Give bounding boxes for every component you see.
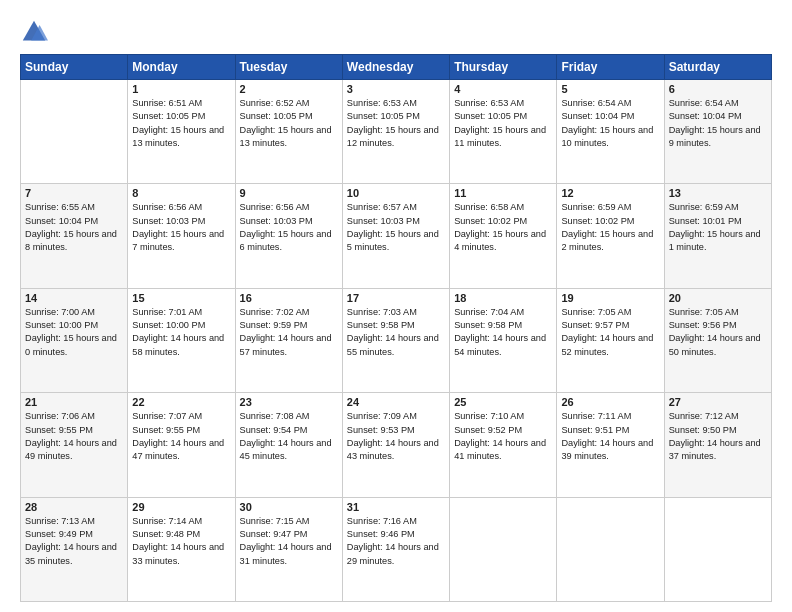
- cell-info: Sunrise: 7:13 AM Sunset: 9:49 PM Dayligh…: [25, 515, 123, 568]
- day-number: 9: [240, 187, 338, 199]
- day-number: 13: [669, 187, 767, 199]
- calendar-table: SundayMondayTuesdayWednesdayThursdayFrid…: [20, 54, 772, 602]
- calendar-week-row: 28Sunrise: 7:13 AM Sunset: 9:49 PM Dayli…: [21, 497, 772, 601]
- weekday-monday: Monday: [128, 55, 235, 80]
- day-number: 21: [25, 396, 123, 408]
- page: SundayMondayTuesdayWednesdayThursdayFrid…: [0, 0, 792, 612]
- weekday-sunday: Sunday: [21, 55, 128, 80]
- calendar-cell: 22Sunrise: 7:07 AM Sunset: 9:55 PM Dayli…: [128, 393, 235, 497]
- cell-info: Sunrise: 7:05 AM Sunset: 9:56 PM Dayligh…: [669, 306, 767, 359]
- cell-info: Sunrise: 6:54 AM Sunset: 10:04 PM Daylig…: [669, 97, 767, 150]
- day-number: 15: [132, 292, 230, 304]
- calendar-cell: 13Sunrise: 6:59 AM Sunset: 10:01 PM Dayl…: [664, 184, 771, 288]
- cell-info: Sunrise: 6:53 AM Sunset: 10:05 PM Daylig…: [454, 97, 552, 150]
- day-number: 19: [561, 292, 659, 304]
- cell-info: Sunrise: 7:07 AM Sunset: 9:55 PM Dayligh…: [132, 410, 230, 463]
- day-number: 17: [347, 292, 445, 304]
- logo: [20, 18, 52, 46]
- cell-info: Sunrise: 7:16 AM Sunset: 9:46 PM Dayligh…: [347, 515, 445, 568]
- cell-info: Sunrise: 7:12 AM Sunset: 9:50 PM Dayligh…: [669, 410, 767, 463]
- cell-info: Sunrise: 7:08 AM Sunset: 9:54 PM Dayligh…: [240, 410, 338, 463]
- cell-info: Sunrise: 6:59 AM Sunset: 10:01 PM Daylig…: [669, 201, 767, 254]
- calendar-cell: 25Sunrise: 7:10 AM Sunset: 9:52 PM Dayli…: [450, 393, 557, 497]
- calendar-cell: [450, 497, 557, 601]
- cell-info: Sunrise: 6:53 AM Sunset: 10:05 PM Daylig…: [347, 97, 445, 150]
- day-number: 30: [240, 501, 338, 513]
- weekday-thursday: Thursday: [450, 55, 557, 80]
- calendar-cell: 5Sunrise: 6:54 AM Sunset: 10:04 PM Dayli…: [557, 80, 664, 184]
- calendar-cell: 3Sunrise: 6:53 AM Sunset: 10:05 PM Dayli…: [342, 80, 449, 184]
- cell-info: Sunrise: 6:55 AM Sunset: 10:04 PM Daylig…: [25, 201, 123, 254]
- calendar-cell: 31Sunrise: 7:16 AM Sunset: 9:46 PM Dayli…: [342, 497, 449, 601]
- cell-info: Sunrise: 7:14 AM Sunset: 9:48 PM Dayligh…: [132, 515, 230, 568]
- cell-info: Sunrise: 7:02 AM Sunset: 9:59 PM Dayligh…: [240, 306, 338, 359]
- cell-info: Sunrise: 7:01 AM Sunset: 10:00 PM Daylig…: [132, 306, 230, 359]
- day-number: 7: [25, 187, 123, 199]
- cell-info: Sunrise: 7:10 AM Sunset: 9:52 PM Dayligh…: [454, 410, 552, 463]
- cell-info: Sunrise: 7:15 AM Sunset: 9:47 PM Dayligh…: [240, 515, 338, 568]
- cell-info: Sunrise: 7:05 AM Sunset: 9:57 PM Dayligh…: [561, 306, 659, 359]
- cell-info: Sunrise: 6:52 AM Sunset: 10:05 PM Daylig…: [240, 97, 338, 150]
- calendar-cell: 9Sunrise: 6:56 AM Sunset: 10:03 PM Dayli…: [235, 184, 342, 288]
- cell-info: Sunrise: 7:00 AM Sunset: 10:00 PM Daylig…: [25, 306, 123, 359]
- cell-info: Sunrise: 6:51 AM Sunset: 10:05 PM Daylig…: [132, 97, 230, 150]
- logo-icon: [20, 18, 48, 46]
- calendar-cell: 19Sunrise: 7:05 AM Sunset: 9:57 PM Dayli…: [557, 288, 664, 392]
- day-number: 22: [132, 396, 230, 408]
- weekday-saturday: Saturday: [664, 55, 771, 80]
- day-number: 3: [347, 83, 445, 95]
- day-number: 24: [347, 396, 445, 408]
- calendar-cell: [21, 80, 128, 184]
- calendar-cell: 15Sunrise: 7:01 AM Sunset: 10:00 PM Dayl…: [128, 288, 235, 392]
- day-number: 18: [454, 292, 552, 304]
- calendar-cell: 17Sunrise: 7:03 AM Sunset: 9:58 PM Dayli…: [342, 288, 449, 392]
- day-number: 31: [347, 501, 445, 513]
- calendar-week-row: 7Sunrise: 6:55 AM Sunset: 10:04 PM Dayli…: [21, 184, 772, 288]
- calendar-cell: 29Sunrise: 7:14 AM Sunset: 9:48 PM Dayli…: [128, 497, 235, 601]
- weekday-friday: Friday: [557, 55, 664, 80]
- day-number: 2: [240, 83, 338, 95]
- calendar-cell: 27Sunrise: 7:12 AM Sunset: 9:50 PM Dayli…: [664, 393, 771, 497]
- calendar-cell: 30Sunrise: 7:15 AM Sunset: 9:47 PM Dayli…: [235, 497, 342, 601]
- calendar-cell: 24Sunrise: 7:09 AM Sunset: 9:53 PM Dayli…: [342, 393, 449, 497]
- cell-info: Sunrise: 6:54 AM Sunset: 10:04 PM Daylig…: [561, 97, 659, 150]
- calendar-cell: 23Sunrise: 7:08 AM Sunset: 9:54 PM Dayli…: [235, 393, 342, 497]
- calendar-cell: 12Sunrise: 6:59 AM Sunset: 10:02 PM Dayl…: [557, 184, 664, 288]
- calendar-cell: 4Sunrise: 6:53 AM Sunset: 10:05 PM Dayli…: [450, 80, 557, 184]
- day-number: 27: [669, 396, 767, 408]
- calendar-body: 1Sunrise: 6:51 AM Sunset: 10:05 PM Dayli…: [21, 80, 772, 602]
- calendar-cell: 26Sunrise: 7:11 AM Sunset: 9:51 PM Dayli…: [557, 393, 664, 497]
- calendar-cell: [664, 497, 771, 601]
- calendar-cell: 20Sunrise: 7:05 AM Sunset: 9:56 PM Dayli…: [664, 288, 771, 392]
- day-number: 16: [240, 292, 338, 304]
- day-number: 8: [132, 187, 230, 199]
- day-number: 28: [25, 501, 123, 513]
- calendar-week-row: 1Sunrise: 6:51 AM Sunset: 10:05 PM Dayli…: [21, 80, 772, 184]
- day-number: 25: [454, 396, 552, 408]
- day-number: 11: [454, 187, 552, 199]
- header: [20, 18, 772, 46]
- cell-info: Sunrise: 6:58 AM Sunset: 10:02 PM Daylig…: [454, 201, 552, 254]
- calendar-cell: 16Sunrise: 7:02 AM Sunset: 9:59 PM Dayli…: [235, 288, 342, 392]
- cell-info: Sunrise: 7:03 AM Sunset: 9:58 PM Dayligh…: [347, 306, 445, 359]
- day-number: 1: [132, 83, 230, 95]
- weekday-wednesday: Wednesday: [342, 55, 449, 80]
- cell-info: Sunrise: 7:04 AM Sunset: 9:58 PM Dayligh…: [454, 306, 552, 359]
- day-number: 5: [561, 83, 659, 95]
- calendar-cell: 11Sunrise: 6:58 AM Sunset: 10:02 PM Dayl…: [450, 184, 557, 288]
- cell-info: Sunrise: 7:11 AM Sunset: 9:51 PM Dayligh…: [561, 410, 659, 463]
- calendar-cell: 6Sunrise: 6:54 AM Sunset: 10:04 PM Dayli…: [664, 80, 771, 184]
- day-number: 20: [669, 292, 767, 304]
- calendar-cell: 28Sunrise: 7:13 AM Sunset: 9:49 PM Dayli…: [21, 497, 128, 601]
- day-number: 29: [132, 501, 230, 513]
- calendar-cell: 10Sunrise: 6:57 AM Sunset: 10:03 PM Dayl…: [342, 184, 449, 288]
- weekday-tuesday: Tuesday: [235, 55, 342, 80]
- cell-info: Sunrise: 7:09 AM Sunset: 9:53 PM Dayligh…: [347, 410, 445, 463]
- calendar-week-row: 21Sunrise: 7:06 AM Sunset: 9:55 PM Dayli…: [21, 393, 772, 497]
- cell-info: Sunrise: 7:06 AM Sunset: 9:55 PM Dayligh…: [25, 410, 123, 463]
- calendar-week-row: 14Sunrise: 7:00 AM Sunset: 10:00 PM Dayl…: [21, 288, 772, 392]
- weekday-header-row: SundayMondayTuesdayWednesdayThursdayFrid…: [21, 55, 772, 80]
- calendar-header: SundayMondayTuesdayWednesdayThursdayFrid…: [21, 55, 772, 80]
- day-number: 12: [561, 187, 659, 199]
- cell-info: Sunrise: 6:56 AM Sunset: 10:03 PM Daylig…: [240, 201, 338, 254]
